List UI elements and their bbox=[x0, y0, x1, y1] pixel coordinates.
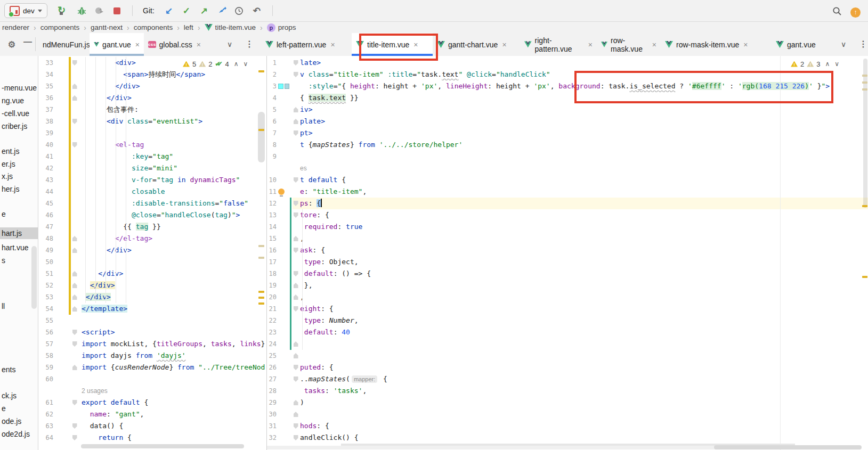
sidebar-item-her.js[interactable]: her.js bbox=[2, 183, 19, 195]
next-problem-icon[interactable]: ∨ bbox=[834, 60, 839, 68]
breadcrumb-item-gantt-next[interactable]: gantt-next bbox=[91, 23, 123, 31]
history-button[interactable] bbox=[233, 4, 246, 17]
breadcrumb-item-components[interactable]: components bbox=[40, 23, 80, 31]
sidebar-item-ent.js[interactable]: ent.js bbox=[2, 145, 19, 157]
prev-problem-icon[interactable]: ∧ bbox=[825, 60, 830, 68]
sidebar-scrollbar-thumb[interactable] bbox=[31, 246, 37, 309]
update-available-button[interactable]: ↑ bbox=[850, 7, 861, 18]
usages-hint[interactable]: es bbox=[300, 165, 307, 172]
color-swatch[interactable] bbox=[285, 84, 290, 89]
more-options-icon[interactable]: ⋮ bbox=[245, 39, 254, 49]
fold-marker[interactable] bbox=[293, 397, 299, 408]
fold-marker[interactable] bbox=[71, 139, 78, 151]
fold-marker[interactable] bbox=[71, 244, 78, 256]
fold-marker[interactable] bbox=[293, 303, 299, 315]
fold-marker[interactable] bbox=[71, 80, 78, 92]
tab-row-mask-item.vue[interactable]: row-mask-item.vue× bbox=[661, 33, 772, 56]
fold-marker[interactable] bbox=[71, 291, 78, 303]
close-icon[interactable]: × bbox=[743, 40, 748, 49]
close-icon[interactable]: × bbox=[197, 40, 201, 49]
rerun-button[interactable]: ↻ bbox=[58, 4, 70, 17]
fold-marker[interactable] bbox=[71, 362, 78, 373]
close-icon[interactable]: × bbox=[652, 40, 656, 49]
close-icon[interactable]: × bbox=[502, 40, 506, 49]
right-scrollbar-thumb[interactable] bbox=[863, 59, 867, 208]
breadcrumb-item-components[interactable]: components bbox=[134, 23, 173, 31]
fold-marker[interactable] bbox=[293, 198, 299, 209]
fold-marker[interactable] bbox=[293, 268, 299, 280]
right-editor[interactable]: 1late>2v class="title-item" :title="task… bbox=[267, 56, 868, 450]
tab-row-mask.vue[interactable]: row-mask.vue× bbox=[597, 33, 661, 56]
breadcrumb-item-props[interactable]: pprops bbox=[267, 23, 296, 32]
git-merge-button[interactable] bbox=[215, 4, 228, 17]
fold-marker[interactable] bbox=[293, 209, 299, 221]
fold-marker[interactable] bbox=[71, 233, 78, 244]
fold-marker[interactable] bbox=[293, 233, 299, 244]
fold-marker[interactable] bbox=[293, 373, 299, 385]
sidebar-item-x.js[interactable]: x.js bbox=[2, 170, 13, 182]
fold-marker[interactable] bbox=[293, 244, 299, 256]
fold-marker[interactable] bbox=[293, 338, 299, 350]
sidebar-item-ll[interactable]: ll bbox=[2, 300, 5, 312]
sidebar-item-ck.js[interactable]: ck.js bbox=[2, 390, 17, 402]
search-everywhere-button[interactable] bbox=[832, 6, 842, 18]
close-icon[interactable]: × bbox=[588, 40, 593, 49]
stop-button[interactable] bbox=[110, 4, 123, 17]
fold-marker[interactable] bbox=[293, 104, 299, 116]
chevron-down-icon[interactable]: ∨ bbox=[227, 40, 232, 48]
close-icon[interactable]: × bbox=[135, 40, 140, 49]
fold-marker[interactable] bbox=[71, 326, 78, 338]
fold-marker[interactable] bbox=[293, 116, 299, 127]
fold-marker[interactable] bbox=[71, 92, 78, 104]
breadcrumb-item-left[interactable]: left bbox=[184, 23, 193, 31]
sidebar-item-e[interactable]: e bbox=[2, 208, 6, 220]
fold-marker[interactable] bbox=[293, 362, 299, 373]
intention-bulb-icon[interactable] bbox=[278, 189, 285, 195]
sidebar-item-ng.vue[interactable]: ng.vue bbox=[2, 95, 24, 107]
fold-marker[interactable] bbox=[293, 408, 299, 420]
fold-marker[interactable] bbox=[71, 338, 78, 350]
left-scrollbar-thumb[interactable] bbox=[258, 112, 265, 162]
hide-panel-icon[interactable]: — bbox=[23, 37, 32, 47]
h-scrollbar-thumb[interactable] bbox=[714, 445, 862, 449]
sidebar-item-criber.js[interactable]: criber.js bbox=[2, 120, 27, 132]
sidebar-item-ents[interactable]: ents bbox=[2, 364, 15, 375]
chevron-down-icon[interactable]: ∨ bbox=[841, 40, 846, 48]
sidebar-item--cell.vue[interactable]: -cell.vue bbox=[2, 108, 29, 119]
tab-global.css[interactable]: cssglobal.css× bbox=[144, 33, 205, 56]
run-configuration-selector[interactable]: dev bbox=[4, 3, 47, 18]
tab-right-pattern.vue[interactable]: right-pattern.vue× bbox=[520, 33, 597, 56]
color-swatch[interactable] bbox=[278, 84, 283, 89]
fold-marker[interactable] bbox=[293, 69, 299, 80]
fold-marker[interactable] bbox=[71, 268, 78, 280]
prev-problem-icon[interactable]: ∧ bbox=[234, 60, 239, 68]
right-inspections-widget[interactable]: !2 !3 ∧ ∨ bbox=[788, 59, 842, 69]
next-problem-icon[interactable]: ∨ bbox=[244, 60, 248, 68]
left-editor[interactable]: 33 <div>34 <span>持续时间</span>35 </div>36 … bbox=[38, 56, 266, 450]
breadcrumb-item-renderer[interactable]: renderer bbox=[2, 23, 29, 31]
profiler-button[interactable] bbox=[93, 4, 106, 17]
fold-marker[interactable] bbox=[293, 291, 299, 303]
sidebar-item-hart.js[interactable]: hart.js bbox=[2, 227, 22, 239]
git-update-button[interactable]: ↙ bbox=[163, 4, 175, 17]
sidebar-item-s[interactable]: s bbox=[2, 255, 5, 266]
usages-hint[interactable]: 2 usages bbox=[82, 387, 108, 395]
fold-marker[interactable] bbox=[293, 127, 299, 139]
tab-gant.vue[interactable]: gant.vue× bbox=[90, 33, 144, 56]
left-inspections-widget[interactable]: !5 !2 ✔4 ∧ ∨ bbox=[180, 59, 251, 69]
fold-marker[interactable] bbox=[293, 432, 299, 444]
fold-marker[interactable] bbox=[71, 397, 78, 408]
tab-left-pattern.vue[interactable]: left-pattern.vue× bbox=[261, 33, 352, 56]
fold-marker[interactable] bbox=[71, 57, 78, 69]
fold-marker[interactable] bbox=[293, 350, 299, 362]
sidebar-item-hart.vue[interactable]: hart.vue bbox=[2, 242, 29, 253]
fold-marker[interactable] bbox=[293, 57, 299, 69]
fold-marker[interactable] bbox=[71, 420, 78, 432]
sidebar-item--menu.vue[interactable]: -menu.vue bbox=[2, 82, 37, 94]
git-push-button[interactable]: ↗ bbox=[198, 4, 210, 17]
fold-marker[interactable] bbox=[71, 116, 78, 127]
fold-marker[interactable] bbox=[71, 303, 78, 315]
close-icon[interactable]: × bbox=[330, 40, 335, 49]
sidebar-item-e[interactable]: e bbox=[2, 403, 6, 414]
sidebar-item-ode.js[interactable]: ode.js bbox=[2, 415, 21, 427]
